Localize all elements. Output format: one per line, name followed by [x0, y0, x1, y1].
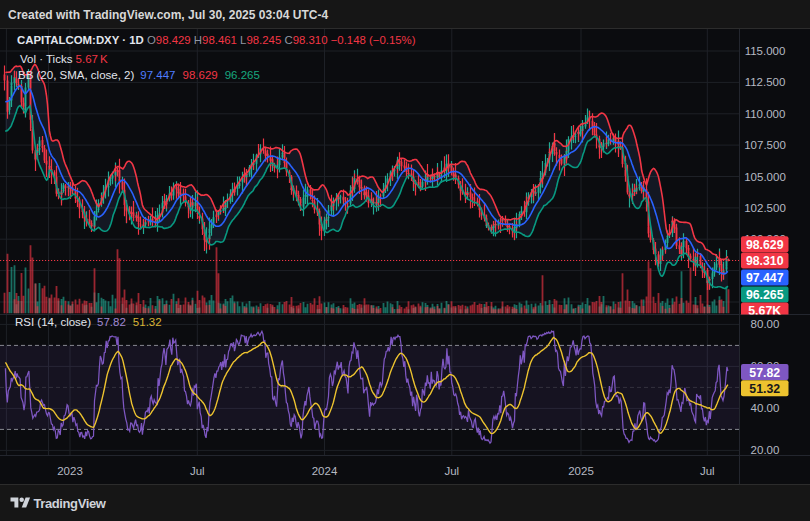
svg-text:CAPITALCOM:DXY · 1D O98.429 H9: CAPITALCOM:DXY · 1D O98.429 H98.461 L98.…	[17, 34, 416, 46]
svg-text:40.00: 40.00	[751, 402, 780, 414]
svg-text:Jul: Jul	[444, 465, 459, 477]
svg-text:80.00: 80.00	[751, 318, 780, 330]
svg-text:2025: 2025	[568, 465, 594, 477]
svg-text:20.00: 20.00	[751, 444, 780, 456]
svg-text:107.500: 107.500	[744, 139, 786, 151]
svg-text:110.000: 110.000	[745, 108, 786, 120]
svg-text:2024: 2024	[312, 465, 338, 477]
svg-text:98.629: 98.629	[746, 238, 784, 252]
svg-text:57.82: 57.82	[749, 366, 780, 380]
svg-text:51.32: 51.32	[749, 382, 780, 396]
svg-text:115.000: 115.000	[745, 45, 786, 57]
svg-text:Jul: Jul	[190, 465, 205, 477]
svg-text:TradingView: TradingView	[34, 496, 107, 511]
svg-text:112.500: 112.500	[745, 76, 786, 88]
svg-text:Vol · Ticks 5.67K: Vol · Ticks 5.67K	[20, 53, 108, 65]
svg-text:105.000: 105.000	[744, 171, 786, 183]
svg-text:Created with TradingView.com,: Created with TradingView.com, Jul 30, 20…	[8, 8, 328, 22]
svg-text:2023: 2023	[57, 465, 83, 477]
svg-text:96.265: 96.265	[746, 288, 784, 302]
svg-text:97.447: 97.447	[746, 271, 784, 285]
svg-text:RSI (14, close)57.8251.32: RSI (14, close)57.8251.32	[15, 316, 162, 328]
svg-text:98.310: 98.310	[746, 254, 784, 268]
svg-text:102.500: 102.500	[744, 202, 786, 214]
svg-text:Jul: Jul	[700, 465, 715, 477]
